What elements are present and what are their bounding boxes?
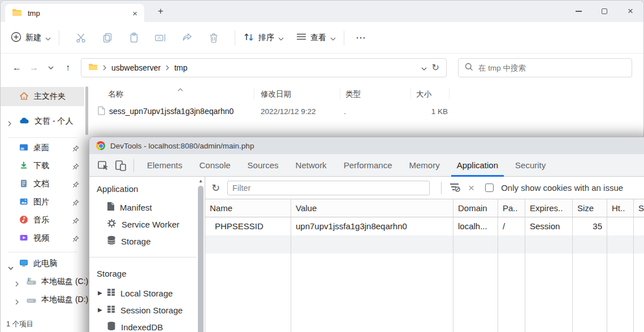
devtools-titlebar[interactable]: DevTools - localhost:8080/admin/main.php — [89, 137, 644, 154]
column-separator[interactable] — [410, 88, 411, 100]
new-button[interactable]: 新建 — [11, 32, 51, 44]
delete-button[interactable] — [200, 28, 227, 48]
forward-button[interactable]: → — [25, 59, 42, 76]
rename-button[interactable]: A — [147, 28, 174, 48]
chevron-expanded-icon[interactable] — [8, 263, 14, 272]
sort-button[interactable]: 排序 — [243, 32, 284, 43]
address-dropdown-button[interactable] — [421, 63, 427, 72]
explorer-tab-tmp[interactable]: tmp × — [5, 4, 144, 22]
refresh-cookies-button[interactable]: ↻ — [211, 183, 220, 193]
more-options-button[interactable]: ⋯ — [356, 32, 366, 44]
only-issues-checkbox[interactable] — [485, 184, 494, 192]
breadcrumb-segment[interactable]: tmp — [174, 63, 187, 72]
sidebar-item-drive-c[interactable]: 本地磁盘 (C:) — [1, 273, 84, 291]
header-expires[interactable]: Expires.. — [525, 199, 573, 217]
pin-icon[interactable] — [72, 199, 79, 208]
tab-console[interactable]: Console — [191, 154, 239, 177]
sidebar-item-drive-d[interactable]: 本地磁盘 (D:) — [1, 291, 84, 309]
breadcrumb-segment[interactable]: usbwebserver — [111, 63, 161, 72]
pin-icon[interactable] — [72, 145, 79, 154]
column-header-size[interactable]: 大小 — [416, 89, 431, 99]
column-header-type[interactable]: 类型 — [345, 89, 361, 99]
header-size[interactable]: Size — [573, 199, 607, 217]
header-secure[interactable]: Secure — [634, 199, 644, 217]
sidebar-divider — [8, 137, 77, 138]
column-separator[interactable] — [254, 88, 254, 100]
breadcrumb[interactable]: usbwebserver tmp ↻ — [81, 58, 447, 77]
sidebar-item-indexeddb[interactable]: IndexedDB — [89, 318, 197, 332]
view-button[interactable]: 查看 — [296, 33, 336, 43]
header-httponly[interactable]: Ht.. — [607, 199, 634, 217]
header-value[interactable]: Value — [291, 199, 453, 217]
expander-triangle-icon[interactable]: ▶ — [98, 290, 102, 296]
header-path[interactable]: Pa.. — [498, 199, 525, 217]
share-button[interactable] — [174, 28, 200, 48]
back-button[interactable]: ← — [8, 59, 25, 76]
sidebar-item-home[interactable]: 主文件夹 — [1, 87, 84, 106]
explorer-search-box[interactable] — [458, 58, 632, 77]
sidebar-item-downloads[interactable]: 下载 — [1, 157, 84, 175]
close-button[interactable]: × — [617, 1, 643, 22]
new-tab-button[interactable]: + — [153, 4, 168, 19]
sidebar-item-this-pc[interactable]: 此电脑 — [1, 255, 84, 273]
scroll-up-icon[interactable]: ▲ — [197, 178, 205, 184]
sidebar-item-desktop[interactable]: 桌面 — [1, 139, 84, 157]
history-chevron-button[interactable] — [42, 59, 59, 76]
scrollbar-thumb[interactable] — [198, 186, 204, 332]
pin-icon[interactable] — [72, 235, 79, 244]
panel-scrollbar[interactable]: ▲ — [197, 177, 205, 332]
tab-network[interactable]: Network — [287, 154, 335, 177]
sidebar-item-manifest[interactable]: Manifest — [89, 199, 197, 216]
tab-security[interactable]: Security — [507, 154, 554, 177]
empty-row[interactable] — [205, 235, 644, 254]
tab-sources[interactable]: Sources — [239, 154, 287, 177]
pin-icon[interactable] — [72, 217, 79, 226]
paste-button[interactable] — [120, 28, 147, 48]
header-domain[interactable]: Domain — [453, 199, 498, 217]
up-button[interactable]: ↑ — [59, 59, 76, 76]
sidebar-item-local-storage[interactable]: ▶ Local Storage — [89, 285, 197, 302]
sidebar-item-documents[interactable]: 文档 — [1, 175, 84, 193]
pin-icon[interactable] — [72, 181, 79, 190]
cookie-expires: Session — [525, 217, 573, 235]
clear-cookies-button[interactable]: × — [468, 182, 474, 193]
column-separator[interactable] — [449, 88, 449, 100]
minimize-button[interactable] — [565, 1, 591, 22]
sidebar-item-pictures[interactable]: 图片 — [1, 193, 84, 211]
tab-application[interactable]: Application — [448, 154, 507, 177]
column-separator[interactable] — [340, 88, 340, 100]
column-header-name[interactable]: 名称 — [108, 89, 123, 99]
file-row[interactable]: sess_upn7upv1jssfa1g3jn8eqarhn0 2022/12/… — [84, 103, 639, 120]
sidebar-item-onedrive[interactable]: 文哲 - 个人 — [1, 112, 84, 130]
device-toolbar-button[interactable] — [112, 157, 129, 174]
maximize-button[interactable] — [591, 1, 617, 22]
cut-button[interactable] — [67, 28, 94, 48]
search-input[interactable] — [478, 64, 625, 72]
inspect-element-button[interactable] — [95, 157, 112, 174]
pin-icon[interactable] — [72, 163, 79, 172]
sidebar-item-service-worker[interactable]: Service Worker — [89, 216, 197, 233]
expander-triangle-icon[interactable]: ▶ — [98, 307, 102, 313]
filter-out-blocked-icon[interactable] — [449, 182, 461, 194]
cookie-httponly — [607, 217, 634, 235]
tab-elements[interactable]: Elements — [139, 154, 191, 177]
sidebar-item-storage[interactable]: Storage — [89, 233, 197, 250]
chevron-right-icon[interactable] — [15, 279, 19, 289]
header-name[interactable]: Name — [205, 199, 291, 217]
chevron-right-icon[interactable] — [15, 298, 19, 307]
tab-close-icon[interactable]: × — [132, 9, 137, 18]
chevron-right-icon — [103, 63, 106, 72]
sidebar-item-session-storage[interactable]: ▶ Session Storage — [89, 302, 197, 318]
cookie-filter-input[interactable] — [227, 181, 430, 195]
sidebar-item-music[interactable]: 音乐 — [1, 211, 84, 229]
only-issues-label[interactable]: Only show cookies with an issue — [501, 183, 623, 193]
refresh-button[interactable]: ↻ — [432, 63, 439, 72]
column-header-modified[interactable]: 修改日期 — [261, 89, 291, 99]
paste-icon — [128, 32, 140, 43]
tab-performance[interactable]: Performance — [335, 154, 401, 177]
copy-button[interactable] — [94, 28, 120, 48]
tab-memory[interactable]: Memory — [401, 154, 448, 177]
sidebar-item-videos[interactable]: 视频 — [1, 229, 84, 247]
cookie-row-phpsessid[interactable]: PHPSESSID upn7upv1jssfa1g3jn8eqarhn0 loc… — [205, 217, 644, 235]
inspect-icon — [97, 159, 110, 172]
